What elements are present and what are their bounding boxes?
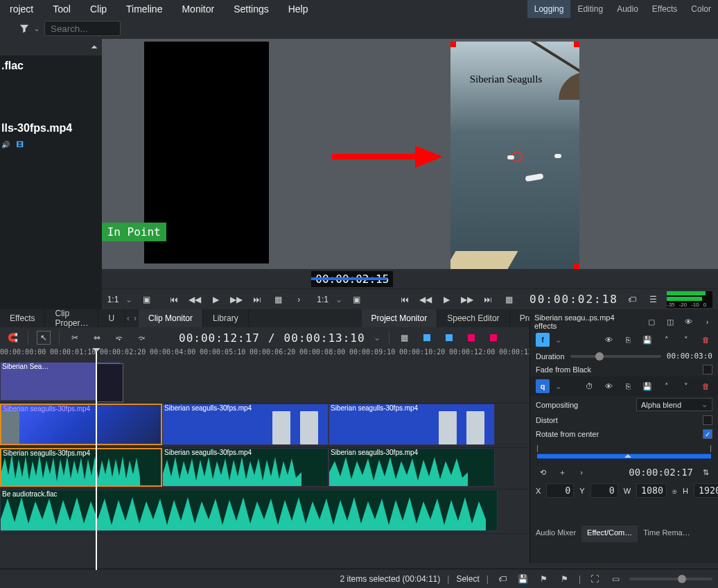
clip-title-secondary[interactable] — [96, 363, 123, 402]
align-2-icon[interactable] — [442, 331, 456, 345]
w-input[interactable] — [636, 483, 667, 498]
clip-audio[interactable]: Siberian seagulls-30fps.mp4 — [0, 448, 162, 487]
menu-help[interactable]: Help — [279, 3, 318, 15]
save-icon[interactable]: 💾 — [640, 333, 654, 347]
filter-dropdown[interactable]: ⌄ — [19, 24, 40, 33]
handle-top-right[interactable] — [574, 42, 579, 47]
forward-icon[interactable]: ▶▶ — [229, 293, 243, 306]
clip-audio[interactable]: Siberian seagulls-30fps.mp4 — [329, 448, 495, 487]
timeline-position[interactable]: 00:00:12:17 — [179, 331, 260, 345]
y-input[interactable] — [590, 483, 618, 498]
chevron-down-icon[interactable]: ⌄ — [555, 382, 561, 391]
clip-video[interactable]: Siberian seagulls-30fps.mp4 — [0, 404, 162, 445]
keyframe-icon[interactable]: ⏱ — [582, 379, 596, 393]
rotate-center-checkbox[interactable] — [703, 429, 712, 439]
chevron-right-icon[interactable]: › — [292, 293, 306, 306]
tab-scroll-right-icon[interactable]: › — [132, 313, 139, 323]
project-ruler-range[interactable] — [311, 277, 387, 280]
save-stack-icon[interactable]: ▢ — [645, 315, 658, 329]
kf-next-icon[interactable]: › — [575, 465, 588, 479]
handle-top-left[interactable] — [450, 42, 456, 47]
tag-icon[interactable]: 🏷 — [496, 572, 509, 586]
move-up-icon[interactable]: ˄ — [660, 333, 674, 347]
duration-value[interactable]: 00:00:03:0 — [667, 352, 712, 361]
align-3-icon[interactable] — [464, 331, 478, 345]
menu-project[interactable]: roject — [0, 3, 43, 15]
menu-settings[interactable]: Settings — [224, 3, 279, 15]
project-monitor-view[interactable]: Siberian Seagulls — [450, 42, 579, 269]
overwrite-icon[interactable]: ⤼ — [134, 331, 148, 345]
align-1-icon[interactable] — [420, 331, 434, 345]
bin-item-mp4[interactable]: lls-30fps.mp4 🔊 🎞 — [0, 118, 102, 154]
menu-monitor[interactable]: Monitor — [172, 3, 224, 15]
tab-clip-monitor[interactable]: Clip Monitor — [139, 309, 203, 327]
workspace-editing[interactable]: Editing — [570, 0, 610, 18]
crop-icon[interactable]: ▦ — [502, 293, 516, 306]
spinner-icon[interactable]: ⇅ — [699, 465, 712, 479]
align-4-icon[interactable] — [487, 331, 500, 345]
bin-item-flac[interactable]: .flac — [0, 55, 102, 76]
menu-icon[interactable]: ☰ — [646, 293, 660, 306]
menu-timeline[interactable]: Timeline — [116, 3, 172, 15]
save-icon[interactable]: 💾 — [516, 572, 530, 586]
preset-icon[interactable]: ⎘ — [621, 333, 635, 347]
kf-timecode[interactable]: 00:00:02:17 — [629, 467, 693, 478]
eye-icon[interactable]: 👁 — [682, 315, 695, 329]
fade-from-black-checkbox[interactable] — [703, 365, 712, 374]
tab-speech-editor[interactable]: Speech Editor — [437, 309, 509, 327]
project-monitor-ruler[interactable]: 00:00:02:15 — [311, 269, 718, 288]
cut-icon[interactable]: ✂ — [68, 331, 82, 345]
clip-monitor-ruler[interactable] — [102, 269, 312, 288]
chevron-right-icon[interactable]: › — [701, 315, 714, 329]
project-zoom-ratio[interactable]: 1:1 — [317, 295, 329, 304]
spacer-icon[interactable]: ⇔ — [90, 331, 104, 345]
marker-icon[interactable]: 🏷 — [625, 293, 639, 306]
clip-zoom-ratio[interactable]: 1:1 — [107, 295, 119, 304]
tab-audio-mixer[interactable]: Audio Mixer — [530, 526, 581, 542]
workspace-logging[interactable]: Logging — [527, 0, 571, 18]
duration-slider[interactable] — [570, 355, 661, 358]
workspace-color[interactable]: Color — [684, 0, 718, 18]
skip-end-icon[interactable]: ⏭ — [250, 293, 264, 306]
chevron-down-icon[interactable]: ⌄ — [555, 336, 561, 345]
tab-project-monitor[interactable]: Project Monitor — [362, 309, 438, 327]
crop-icon[interactable]: ▦ — [271, 293, 285, 306]
project-timecode[interactable]: 00:00:02:18 — [529, 293, 618, 306]
bin-collapse[interactable] — [0, 39, 102, 55]
select-tool-icon[interactable]: ↖ — [37, 331, 51, 345]
x-input[interactable] — [546, 483, 574, 498]
tab-scroll-left-icon[interactable]: ‹ — [125, 313, 132, 323]
flag-icon[interactable]: ⚑ — [537, 572, 551, 586]
move-up-icon[interactable]: ˄ — [660, 379, 674, 393]
search-input[interactable] — [44, 21, 121, 36]
kf-add-icon[interactable]: ＋ — [555, 465, 569, 479]
clip-video[interactable]: Siberian seagulls-30fps.mp4 — [329, 404, 495, 445]
h-input[interactable] — [694, 483, 718, 498]
rewind-icon[interactable]: ◀◀ — [188, 293, 202, 306]
tab-u[interactable]: U — [98, 309, 125, 327]
play-icon[interactable]: ▶ — [439, 293, 453, 306]
grid-icon[interactable]: ▦ — [398, 331, 412, 345]
zoom-slider[interactable] — [629, 578, 712, 580]
skip-start-icon[interactable]: ⏮ — [167, 293, 181, 306]
tab-effect-compositing[interactable]: Effect/Com… — [581, 526, 638, 542]
insert-icon[interactable]: ⤽ — [112, 331, 126, 345]
clip-music[interactable]: Be audiotrack.flac — [0, 490, 498, 531]
flag-add-icon[interactable]: ⚑ — [558, 572, 572, 586]
move-down-icon[interactable]: ˅ — [679, 379, 693, 393]
effect-fade-header[interactable]: f ⌄ 👁 ⎘ 💾 ˄ ˅ 🗑 — [530, 330, 718, 349]
play-icon[interactable]: ▶ — [209, 293, 222, 306]
preset-icon[interactable]: ⎘ — [621, 379, 635, 393]
eye-icon[interactable]: 👁 — [602, 379, 615, 393]
compositing-select[interactable]: Alpha blend ⌄ — [636, 398, 712, 411]
save-icon[interactable]: 💾 — [640, 379, 654, 393]
fit-zoom-icon[interactable]: ⛶ — [588, 572, 602, 586]
magnet-icon[interactable]: 🧲 — [6, 331, 19, 345]
rewind-icon[interactable]: ◀◀ — [419, 293, 432, 306]
workspace-audio[interactable]: Audio — [610, 0, 645, 18]
move-down-icon[interactable]: ˅ — [679, 333, 693, 347]
chevron-down-icon[interactable]: ⌄ — [374, 333, 380, 343]
set-inpoint-icon[interactable]: ▣ — [139, 293, 153, 306]
clip-video[interactable]: Siberian seagulls-30fps.mp4 — [162, 404, 329, 445]
zoom-slider-handle[interactable] — [678, 575, 686, 583]
